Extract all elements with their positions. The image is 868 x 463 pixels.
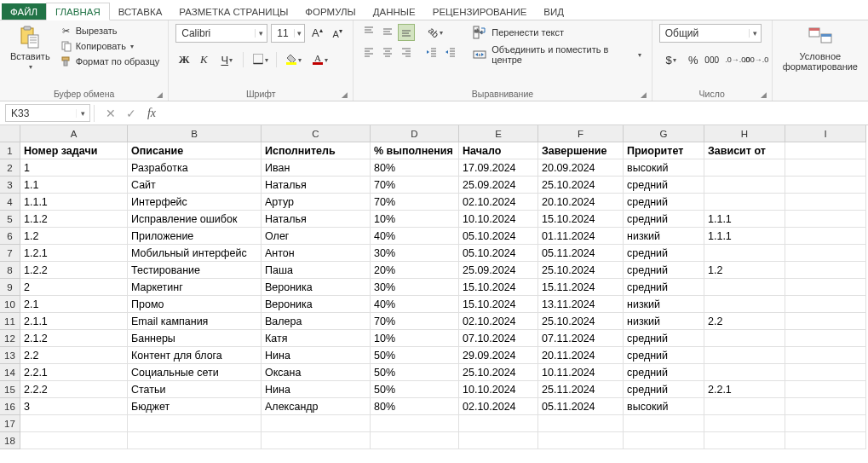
cell[interactable]: 10% xyxy=(371,211,459,228)
cell[interactable] xyxy=(704,194,785,211)
orientation-button[interactable]: ab▾ xyxy=(423,24,447,41)
cell[interactable]: 2 xyxy=(20,279,128,296)
copy-button[interactable]: Копировать ▾ xyxy=(59,39,162,53)
row-header[interactable]: 1 xyxy=(0,142,20,159)
dialog-launcher-icon[interactable]: ◢ xyxy=(157,90,163,99)
column-header[interactable]: G xyxy=(624,125,704,142)
row-header[interactable]: 11 xyxy=(0,313,20,330)
cell[interactable] xyxy=(128,432,262,449)
cell[interactable]: средний xyxy=(624,245,704,262)
accounting-format-button[interactable]: $▾ xyxy=(659,51,683,68)
cell[interactable]: Номер задачи xyxy=(20,142,128,159)
cell[interactable]: низкий xyxy=(624,296,704,313)
row-header[interactable]: 15 xyxy=(0,381,20,398)
tab-view[interactable]: ВИД xyxy=(535,3,572,20)
cell[interactable]: 50% xyxy=(371,381,459,398)
wrap-text-button[interactable]: ab Перенести текст xyxy=(469,24,644,41)
cell[interactable] xyxy=(785,313,866,330)
cell[interactable] xyxy=(785,245,866,262)
cell[interactable] xyxy=(785,398,866,415)
bold-button[interactable]: Ж xyxy=(175,51,193,68)
cell[interactable]: Сайт xyxy=(128,177,262,194)
format-painter-button[interactable]: Формат по образцу xyxy=(59,55,162,68)
cell[interactable]: Контент для блога xyxy=(128,347,262,364)
cell[interactable]: Наталья xyxy=(262,211,371,228)
tab-home[interactable]: ГЛАВНАЯ xyxy=(46,3,110,20)
cell[interactable]: высокий xyxy=(624,398,704,415)
cell[interactable]: 2.2 xyxy=(704,313,785,330)
cell[interactable]: 25.10.2024 xyxy=(538,177,624,194)
cell[interactable]: 2.2.1 xyxy=(20,364,128,381)
row-header[interactable]: 3 xyxy=(0,177,20,194)
cell[interactable]: Вероника xyxy=(262,279,371,296)
cell[interactable]: Олег xyxy=(262,228,371,245)
cell[interactable] xyxy=(20,415,128,432)
cell[interactable]: 13.11.2024 xyxy=(538,296,624,313)
align-left-button[interactable] xyxy=(360,44,377,61)
cell[interactable]: 1.1.1 xyxy=(704,211,785,228)
cell[interactable] xyxy=(704,330,785,347)
cell[interactable] xyxy=(371,432,459,449)
cell[interactable] xyxy=(704,415,785,432)
cell[interactable]: Разработка xyxy=(128,159,262,177)
underline-button[interactable]: Ч▾ xyxy=(215,51,239,68)
cell[interactable]: Социальные сети xyxy=(128,364,262,381)
row-header[interactable]: 16 xyxy=(0,398,20,415)
cell[interactable]: 05.10.2024 xyxy=(459,245,538,262)
cell[interactable]: средний xyxy=(624,364,704,381)
cell[interactable]: Зависит от xyxy=(704,142,785,159)
cell[interactable]: высокий xyxy=(624,159,704,177)
cell[interactable]: Вероника xyxy=(262,296,371,313)
cell[interactable]: 20.09.2024 xyxy=(538,159,624,177)
cell[interactable]: 10.11.2024 xyxy=(538,364,624,381)
cell[interactable]: средний xyxy=(624,381,704,398)
cell[interactable]: 25.10.2024 xyxy=(538,313,624,330)
cell[interactable]: Паша xyxy=(262,262,371,279)
align-top-button[interactable] xyxy=(360,24,377,41)
italic-button[interactable]: К xyxy=(195,51,212,68)
cell[interactable] xyxy=(785,330,866,347)
cell[interactable]: 02.10.2024 xyxy=(459,398,538,415)
cell[interactable]: 2.1 xyxy=(20,296,128,313)
cell[interactable]: 25.10.2024 xyxy=(538,262,624,279)
align-middle-button[interactable] xyxy=(379,24,396,41)
cell[interactable]: 3 xyxy=(20,398,128,415)
cell[interactable]: 50% xyxy=(371,364,459,381)
cell[interactable]: Описание xyxy=(128,142,262,159)
cell[interactable]: 40% xyxy=(371,296,459,313)
cell[interactable]: Валера xyxy=(262,313,371,330)
row-header[interactable]: 6 xyxy=(0,228,20,245)
cell[interactable]: Приоритет xyxy=(624,142,704,159)
cell[interactable] xyxy=(704,364,785,381)
cell[interactable] xyxy=(459,415,538,432)
cell[interactable] xyxy=(128,415,262,432)
dialog-launcher-icon[interactable]: ◢ xyxy=(761,90,767,99)
cell[interactable]: 20.11.2024 xyxy=(538,347,624,364)
column-header[interactable]: C xyxy=(262,125,371,142)
cell[interactable]: 2.2 xyxy=(20,347,128,364)
tab-data[interactable]: ДАННЫЕ xyxy=(365,3,424,20)
font-name-combo[interactable]: Calibri ▾ xyxy=(175,24,267,43)
paste-button[interactable]: Вставить ▾ xyxy=(7,24,54,72)
cell[interactable]: низкий xyxy=(624,313,704,330)
fill-color-button[interactable]: ▾ xyxy=(281,51,305,68)
select-all-corner[interactable] xyxy=(0,125,20,142)
row-header[interactable]: 10 xyxy=(0,296,20,313)
cell[interactable]: Email кампания xyxy=(128,313,262,330)
cell[interactable]: 1.2 xyxy=(20,228,128,245)
font-color-button[interactable]: A ▾ xyxy=(308,51,331,68)
row-header[interactable]: 4 xyxy=(0,194,20,211)
cell[interactable]: средний xyxy=(624,330,704,347)
cell[interactable]: Артур xyxy=(262,194,371,211)
cell[interactable]: 2.1.1 xyxy=(20,313,128,330)
cell[interactable]: 1 xyxy=(20,159,128,177)
cell[interactable]: средний xyxy=(624,194,704,211)
cell[interactable]: 01.11.2024 xyxy=(538,228,624,245)
tab-file[interactable]: ФАЙЛ xyxy=(2,3,46,20)
row-header[interactable]: 12 xyxy=(0,330,20,347)
decrease-decimal-button[interactable]: .00→.0 xyxy=(748,51,765,68)
cell[interactable]: 2.1.2 xyxy=(20,330,128,347)
cell[interactable]: 15.10.2024 xyxy=(459,296,538,313)
cell[interactable] xyxy=(262,415,371,432)
cell[interactable]: 1.1.2 xyxy=(20,211,128,228)
